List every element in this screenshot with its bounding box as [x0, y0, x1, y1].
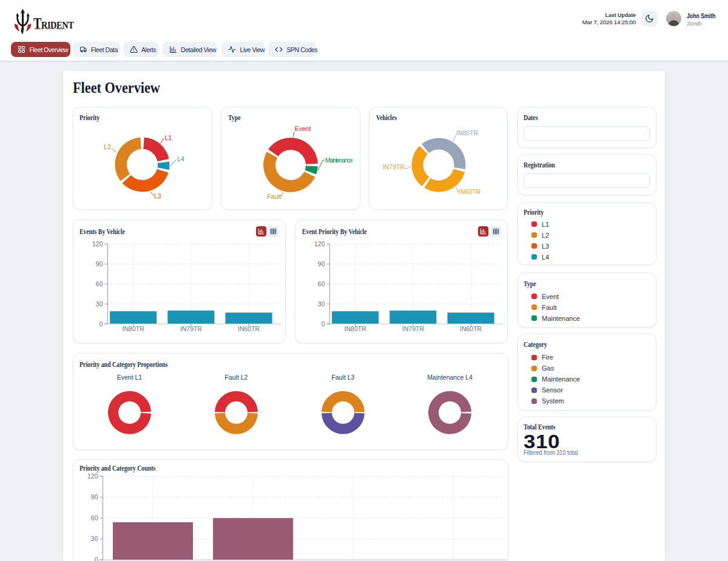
svg-text:30: 30 — [318, 300, 325, 307]
svg-text:Fault L2: Fault L2 — [224, 373, 248, 380]
svg-text:IN60TR: IN60TR — [238, 325, 260, 332]
svg-text:IN80TR: IN80TR — [122, 325, 144, 332]
svg-text:IN80TR: IN80TR — [456, 129, 479, 136]
svg-text:Event: Event — [295, 125, 311, 132]
svg-text:IN79TR: IN79TR — [180, 325, 202, 332]
svg-text:30: 30 — [90, 535, 98, 542]
svg-text:120: 120 — [87, 472, 98, 479]
svg-text:90: 90 — [95, 260, 103, 267]
svg-text:Maintenance: Maintenance — [325, 156, 353, 164]
svg-text:L1: L1 — [164, 134, 172, 141]
svg-text:0: 0 — [99, 320, 103, 328]
svg-text:120: 120 — [92, 240, 103, 247]
svg-text:IN80TR: IN80TR — [345, 325, 367, 332]
svg-text:60: 60 — [318, 280, 325, 287]
svg-text:Fault: Fault — [267, 193, 281, 200]
svg-text:IN79TR: IN79TR — [383, 163, 405, 170]
svg-text:30: 30 — [95, 300, 103, 307]
svg-text:120: 120 — [314, 240, 325, 247]
svg-text:0: 0 — [94, 556, 98, 561]
svg-text:Maintenance L4: Maintenance L4 — [427, 373, 473, 380]
svg-text:L4: L4 — [177, 155, 184, 163]
svg-text:L3: L3 — [154, 192, 161, 200]
svg-text:L2: L2 — [104, 143, 111, 150]
svg-text:0: 0 — [322, 320, 325, 328]
svg-text:60: 60 — [90, 514, 98, 521]
svg-text:IN79TR: IN79TR — [402, 325, 425, 332]
svg-text:90: 90 — [318, 260, 325, 267]
svg-text:IN60TR: IN60TR — [459, 188, 481, 195]
svg-text:Fault L3: Fault L3 — [331, 373, 354, 380]
svg-text:90: 90 — [90, 493, 98, 500]
svg-text:IN60TR: IN60TR — [460, 325, 482, 332]
svg-text:Event L1: Event L1 — [116, 373, 142, 380]
svg-text:60: 60 — [95, 280, 103, 287]
